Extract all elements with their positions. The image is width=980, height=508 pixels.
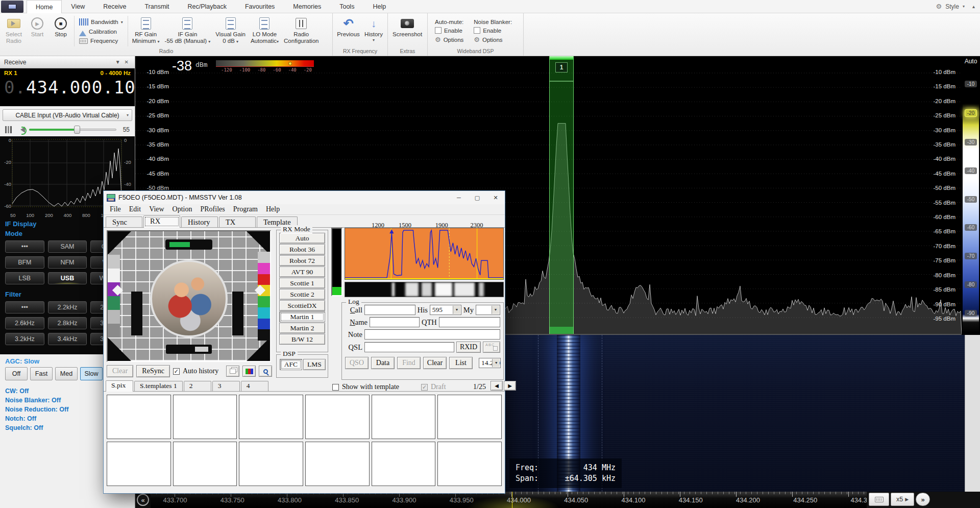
mmsstv-window[interactable]: F5OEO (F5OEO.MDT) - MMSSTV Ver 1.08 ─ ▢ … bbox=[103, 190, 505, 494]
log-frequency-select[interactable]: 14.230▼ bbox=[479, 358, 501, 368]
mode-button[interactable]: USB bbox=[48, 272, 87, 284]
filter-button[interactable]: 2.2kHz bbox=[48, 301, 87, 313]
mmsstv-tab[interactable]: TX bbox=[219, 216, 256, 227]
rx-mode-button[interactable]: Robot 36 bbox=[279, 244, 325, 255]
if-gain-button[interactable]: IF Gain -55 dB (Manual) ▾ bbox=[162, 15, 213, 47]
menu-item[interactable]: PRofiles bbox=[197, 205, 229, 213]
rx-mode-button[interactable]: ScottieDX bbox=[279, 300, 325, 311]
previous-button[interactable]: ↶ Previous bbox=[335, 15, 362, 47]
automute-enable-checkbox[interactable]: Enable bbox=[435, 27, 463, 34]
agc-button[interactable]: Med bbox=[55, 367, 78, 380]
qth-input[interactable] bbox=[439, 317, 500, 327]
screenshot-button[interactable]: Screenshot bbox=[390, 15, 425, 47]
template-thumbnail[interactable] bbox=[239, 442, 303, 486]
rx-mode-button[interactable]: Scottie 2 bbox=[279, 289, 325, 300]
scale-forward-button[interactable]: » bbox=[916, 493, 930, 506]
palette-auto-label[interactable]: Auto bbox=[962, 56, 980, 66]
template-tab[interactable]: 4 bbox=[241, 381, 268, 391]
history-button[interactable]: ↓ History ▾ bbox=[362, 15, 385, 47]
template-thumbnail[interactable] bbox=[305, 395, 370, 439]
mmsstv-tab[interactable]: Sync bbox=[106, 216, 142, 227]
filter-button[interactable]: 2.8kHz bbox=[48, 317, 87, 329]
ribbon-tab[interactable]: Tools bbox=[330, 0, 363, 13]
template-tab[interactable]: S.templates 1 bbox=[134, 381, 183, 391]
template-thumbnail[interactable] bbox=[305, 442, 370, 486]
filter-button[interactable]: 2.6kHz bbox=[5, 317, 44, 329]
palette-level-label[interactable]: -70 bbox=[965, 253, 977, 259]
chevron-down-icon[interactable]: ▼ bbox=[453, 306, 460, 314]
panel-close-icon[interactable]: ✕ bbox=[122, 59, 131, 65]
show-with-template-checkbox[interactable] bbox=[332, 384, 339, 391]
frequency-button[interactable]: Frequency bbox=[79, 38, 123, 44]
agc-button[interactable]: Fast bbox=[30, 367, 53, 380]
rx-mode-button[interactable]: Robot 72 bbox=[279, 255, 325, 266]
rx-mode-button[interactable]: Auto bbox=[279, 233, 325, 244]
template-thumbnail[interactable] bbox=[239, 395, 303, 439]
zoom-button[interactable]: x5▶ bbox=[891, 493, 914, 506]
mmsstv-title-bar[interactable]: F5OEO (F5OEO.MDT) - MMSSTV Ver 1.08 ─ ▢ … bbox=[104, 191, 505, 204]
template-thumbnail[interactable] bbox=[173, 442, 237, 486]
select-radio-button[interactable]: Select Radio bbox=[2, 15, 26, 47]
lms-button[interactable]: LMS bbox=[303, 359, 326, 370]
color-adjust-button[interactable] bbox=[242, 366, 256, 377]
his-select[interactable]: 595▼ bbox=[430, 305, 461, 315]
ribbon-tab[interactable]: Favourites bbox=[236, 0, 284, 13]
rx-mode-button[interactable]: B/W 12 bbox=[279, 334, 325, 345]
rxid-button[interactable]: RXID bbox=[456, 342, 481, 353]
log-action-button[interactable]: Data bbox=[371, 357, 395, 369]
magnify-button[interactable] bbox=[259, 366, 272, 377]
audio-source-select[interactable]: CABLE Input (VB-Audio Virtual Cable) ▾ bbox=[3, 109, 132, 121]
speaker-icon[interactable] bbox=[17, 127, 25, 133]
frequency-scale[interactable]: 433.700433.750433.800433.850433.900433.9… bbox=[151, 492, 867, 508]
rx-mode-button[interactable]: AVT 90 bbox=[279, 267, 325, 277]
abc-toggle-button[interactable]: ABC bbox=[483, 342, 500, 353]
filter-button[interactable]: ••• bbox=[5, 301, 44, 313]
template-thumbnail[interactable] bbox=[173, 395, 237, 439]
rx-mode-button[interactable]: Martin 1 bbox=[279, 311, 325, 322]
template-thumbnail[interactable] bbox=[107, 395, 171, 439]
my-select[interactable]: ▼ bbox=[476, 305, 500, 315]
volume-slider-thumb[interactable] bbox=[74, 126, 80, 134]
rx-mode-button[interactable]: Scottie 1 bbox=[279, 278, 325, 288]
ribbon-tab[interactable]: Help bbox=[363, 0, 395, 13]
agc-button[interactable]: Off bbox=[5, 367, 28, 380]
ribbon-tab[interactable]: Home bbox=[27, 0, 62, 13]
noise-blanker-options-button[interactable]: ⚙Options bbox=[474, 36, 512, 43]
palette-level-label[interactable]: -80 bbox=[965, 281, 977, 288]
draft-checkbox[interactable]: ✓ bbox=[421, 384, 428, 391]
chevron-down-icon[interactable]: ▼ bbox=[492, 359, 500, 367]
rx-channel-band[interactable]: 1 bbox=[549, 56, 574, 334]
template-thumbnail[interactable] bbox=[437, 442, 502, 486]
menu-item[interactable]: Edit bbox=[125, 205, 145, 213]
style-dropdown-icon[interactable]: ▾ bbox=[963, 4, 965, 9]
menu-item[interactable]: File bbox=[106, 205, 125, 213]
log-action-button[interactable]: List bbox=[449, 357, 473, 369]
bandwidth-button[interactable]: Bandwidth▾ bbox=[79, 18, 123, 26]
rf-gain-button[interactable]: RF Gain Minimum ▾ bbox=[130, 15, 162, 47]
maximize-button[interactable]: ▢ bbox=[468, 191, 486, 204]
filter-button[interactable]: 3.4kHz bbox=[48, 333, 87, 345]
palette-level-label[interactable]: -20 bbox=[965, 109, 977, 117]
visual-gain-button[interactable]: Visual Gain 0 dB ▾ bbox=[213, 15, 248, 47]
log-action-button[interactable]: Find bbox=[397, 357, 421, 369]
palette-level-label[interactable]: -30 bbox=[965, 139, 977, 146]
mode-button[interactable]: ••• bbox=[5, 240, 44, 253]
panel-collapse-icon[interactable]: ▼ bbox=[113, 59, 122, 65]
next-page-button[interactable]: ▶ bbox=[504, 381, 516, 391]
style-menu[interactable]: Style bbox=[945, 3, 959, 10]
rx-mode-button[interactable]: Martin 2 bbox=[279, 323, 325, 333]
mode-button[interactable]: NFM bbox=[48, 256, 87, 269]
menu-item[interactable]: Program bbox=[229, 205, 262, 213]
mode-button[interactable]: BFM bbox=[5, 256, 44, 269]
palette-level-label[interactable]: -60 bbox=[965, 224, 977, 231]
palette-level-label[interactable]: -10 bbox=[965, 81, 977, 87]
automute-options-button[interactable]: ⚙Options bbox=[435, 36, 463, 43]
keyboard-entry-button[interactable] bbox=[869, 493, 889, 506]
template-thumbnail[interactable] bbox=[372, 442, 436, 486]
qsl-input[interactable] bbox=[364, 342, 454, 352]
name-input[interactable] bbox=[370, 317, 420, 327]
menu-item[interactable]: Option bbox=[168, 205, 197, 213]
frequency-scale-bar[interactable]: « 433.700433.750433.800433.850433.900433… bbox=[135, 492, 980, 508]
agc-button[interactable]: Slow bbox=[80, 367, 103, 380]
template-tab[interactable]: 3 bbox=[212, 381, 240, 391]
